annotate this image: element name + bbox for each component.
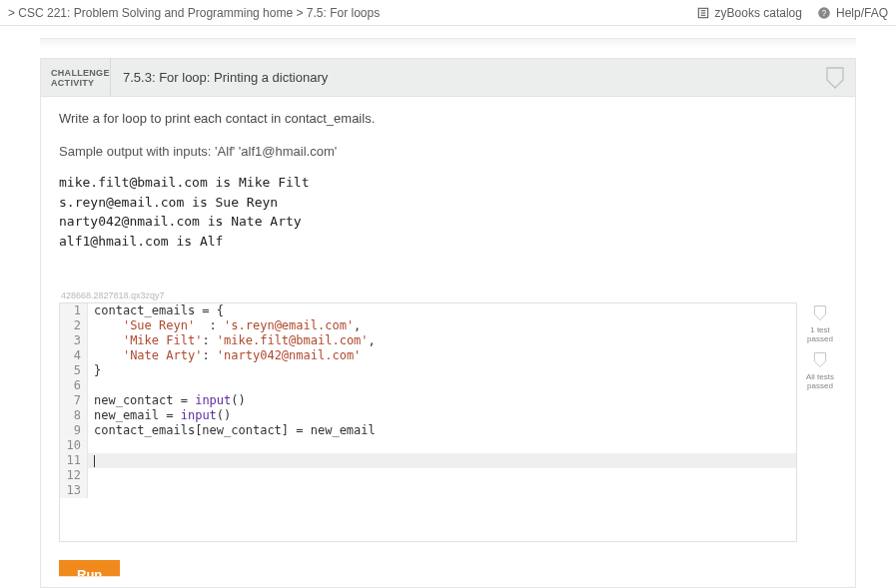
activity-title: 7.5.3: For loop: Printing a dictionary <box>111 59 815 96</box>
line-number: 11 <box>60 453 88 468</box>
code-content[interactable]: 'Sue Reyn' : 's.reyn@email.com', <box>88 318 796 333</box>
line-number: 13 <box>60 483 88 498</box>
line-number: 10 <box>60 438 88 453</box>
test-status-sidebar: 1 test passed All tests passed <box>797 302 837 542</box>
line-number: 12 <box>60 468 88 483</box>
code-editor[interactable]: 1contact_emails = {2 'Sue Reyn' : 's.rey… <box>59 302 797 542</box>
activity-kicker: CHALLENGE ACTIVITY <box>41 59 111 96</box>
code-line[interactable]: 12 <box>60 468 796 483</box>
code-line[interactable]: 7new_contact = input() <box>60 393 796 408</box>
code-content[interactable]: new_email = input() <box>88 408 796 423</box>
code-content[interactable] <box>88 453 796 468</box>
completion-shield[interactable] <box>815 59 855 96</box>
line-number: 1 <box>60 303 88 318</box>
code-content[interactable]: 'Mike Filt': 'mike.filt@bmail.com', <box>88 333 796 348</box>
code-line[interactable]: 5} <box>60 363 796 378</box>
kicker-line2: ACTIVITY <box>51 78 110 88</box>
activity-panel: CHALLENGE ACTIVITY 7.5.3: For loop: Prin… <box>40 58 856 588</box>
line-number: 3 <box>60 333 88 348</box>
all-tests-passed: passed <box>803 381 837 390</box>
code-content[interactable]: contact_emails[new_contact] = new_email <box>88 423 796 438</box>
code-content[interactable] <box>88 468 796 483</box>
kicker-line1: CHALLENGE <box>51 68 110 78</box>
line-number: 5 <box>60 363 88 378</box>
test-shield-icon <box>803 304 837 323</box>
all-tests-shield-icon <box>803 351 837 370</box>
sample-label: Sample output with inputs: 'Alf' 'alf1@h… <box>59 144 837 159</box>
help-icon: ? <box>816 5 832 21</box>
code-line[interactable]: 13 <box>60 483 796 498</box>
help-link[interactable]: ? Help/FAQ <box>816 5 888 21</box>
line-number: 8 <box>60 408 88 423</box>
code-line[interactable]: 1contact_emails = { <box>60 303 796 318</box>
question-id: 428668.2827818.qx3zqy7 <box>61 291 837 300</box>
code-line[interactable]: 4 'Nate Arty': 'narty042@nmail.com' <box>60 348 796 363</box>
top-bar: > CSC 221: Problem Solving and Programmi… <box>0 0 896 26</box>
line-number: 6 <box>60 378 88 393</box>
code-content[interactable]: 'Nate Arty': 'narty042@nmail.com' <box>88 348 796 363</box>
code-line[interactable]: 3 'Mike Filt': 'mike.filt@bmail.com', <box>60 333 796 348</box>
line-number: 2 <box>60 318 88 333</box>
code-content[interactable] <box>88 483 796 498</box>
code-line[interactable]: 10 <box>60 438 796 453</box>
all-tests-label: All tests <box>803 372 837 381</box>
previous-panel-edge <box>40 38 856 50</box>
catalog-link[interactable]: zyBooks catalog <box>695 5 802 21</box>
code-line[interactable]: 6 <box>60 378 796 393</box>
sample-output: mike.filt@bmail.com is Mike Filt s.reyn@… <box>59 173 837 251</box>
one-test-label: 1 test <box>803 325 837 334</box>
breadcrumb[interactable]: > CSC 221: Problem Solving and Programmi… <box>8 6 695 20</box>
one-test-passed: passed <box>803 334 837 343</box>
code-line[interactable]: 11 <box>60 453 796 468</box>
line-number: 9 <box>60 423 88 438</box>
line-number: 7 <box>60 393 88 408</box>
panel-header: CHALLENGE ACTIVITY 7.5.3: For loop: Prin… <box>41 59 855 97</box>
help-label: Help/FAQ <box>836 6 888 20</box>
line-number: 4 <box>60 348 88 363</box>
code-line[interactable]: 8new_email = input() <box>60 408 796 423</box>
code-content[interactable]: new_contact = input() <box>88 393 796 408</box>
code-content[interactable] <box>88 378 796 393</box>
prompt-text: Write a for loop to print each contact i… <box>59 111 837 126</box>
code-content[interactable] <box>88 438 796 453</box>
code-line[interactable]: 9contact_emails[new_contact] = new_email <box>60 423 796 438</box>
code-content[interactable]: contact_emails = { <box>88 303 796 318</box>
catalog-label: zyBooks catalog <box>715 6 802 20</box>
code-line[interactable]: 2 'Sue Reyn' : 's.reyn@email.com', <box>60 318 796 333</box>
run-button[interactable]: Run <box>59 560 120 587</box>
svg-text:?: ? <box>822 8 827 17</box>
catalog-icon <box>695 5 711 21</box>
code-content[interactable]: } <box>88 363 796 378</box>
